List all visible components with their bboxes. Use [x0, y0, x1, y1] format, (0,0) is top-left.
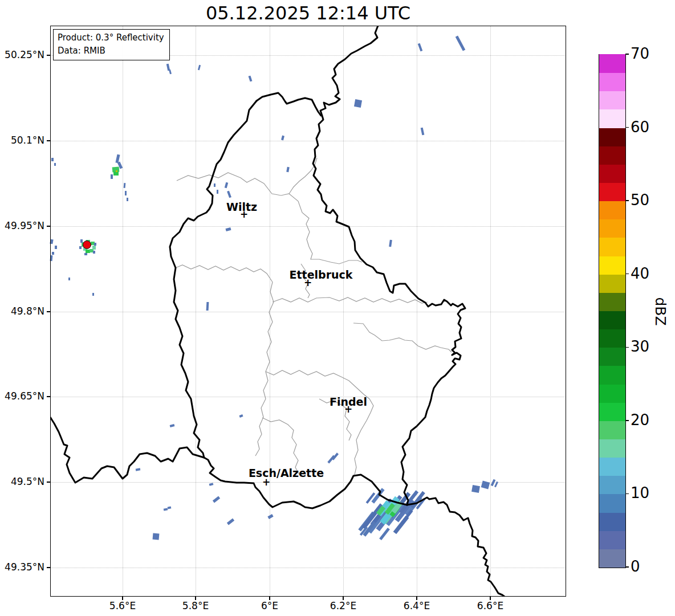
city-marker-icon: +	[344, 405, 352, 414]
france-border-west	[50, 417, 204, 483]
x-axis-tick-label: 6°E	[261, 600, 278, 611]
luxembourg-west-border	[170, 101, 257, 458]
colorbar-segment	[599, 73, 625, 92]
figure-title: 05.12.2025 12:14 UTC	[50, 2, 566, 24]
city-label-esch-alzette: Esch/Alzette	[249, 467, 324, 479]
colorbar-segment	[599, 256, 625, 275]
colorbar-segment	[599, 182, 625, 201]
colorbar-segment	[599, 402, 625, 421]
city-marker-icon: +	[304, 278, 312, 288]
colorbar-segment	[599, 219, 625, 238]
colorbar-tick-label: 0	[631, 558, 640, 575]
colorbar-tick	[625, 493, 629, 494]
luxembourg-north-border	[257, 93, 321, 116]
colorbar-tick-label: 10	[631, 484, 649, 501]
colorbar-tick	[625, 420, 629, 421]
radar-site-clutter	[79, 246, 82, 249]
germany-france-border-southeast	[407, 497, 505, 597]
radar-site-clutter	[84, 253, 87, 255]
x-axis-tick-label: 6.2°E	[330, 600, 356, 611]
colorbar-segment	[599, 384, 625, 403]
canton-border-line	[266, 370, 373, 475]
germany-belgium-luxembourg-east-border	[313, 26, 465, 505]
radar-figure: 05.12.2025 12:14 UTC	[0, 0, 675, 616]
colorbar-tick	[625, 54, 629, 54]
colorbar-tick	[625, 200, 629, 201]
colorbar-segment	[599, 494, 625, 513]
y-axis-tick-label: 49.35°N	[0, 561, 44, 573]
radar-site-clutter	[94, 243, 96, 246]
colorbar-segment	[599, 329, 625, 348]
y-axis-tick-label: 50.1°N	[0, 134, 44, 146]
colorbar-segment	[599, 512, 625, 531]
colorbar-segment	[599, 476, 625, 495]
colorbar-segment	[599, 458, 625, 476]
colorbar-segment	[599, 366, 625, 385]
canton-borders	[176, 158, 452, 475]
canton-border-line	[262, 418, 299, 475]
colorbar-tick-label: 50	[631, 191, 649, 209]
map-plot-area: Product: 0.3° Reflectivity Data: RMIB Wi…	[50, 26, 566, 597]
colorbar-segment	[599, 311, 625, 329]
colorbar-tick	[625, 127, 629, 128]
city-label-ettelbruck: Ettelbruck	[290, 268, 353, 281]
colorbar-segment	[599, 128, 625, 146]
colorbar-segment	[599, 531, 625, 549]
colorbar-segment	[599, 274, 625, 293]
colorbar-tick	[625, 274, 629, 274]
city-marker-icon: +	[240, 210, 248, 219]
colorbar-segment	[599, 421, 625, 439]
colorbar-segment	[599, 348, 625, 366]
luxembourg-south-border	[204, 458, 407, 508]
x-axis-tick-label: 5.8°E	[182, 600, 209, 611]
radar-site-clutter	[92, 246, 96, 250]
canton-border-line	[353, 323, 452, 352]
y-axis-tick-label: 49.8°N	[0, 305, 44, 317]
colorbar-segment	[599, 549, 625, 568]
reflectivity-colorbar	[599, 54, 626, 568]
colorbar-segment	[599, 164, 625, 183]
canton-border-line	[273, 297, 428, 303]
luxembourg-map	[50, 26, 566, 597]
x-axis-tick-label: 6.6°E	[477, 600, 503, 611]
data-source-line: Data: RMIB	[58, 44, 164, 58]
colorbar-segment	[599, 439, 625, 458]
radar-site-marker	[83, 240, 91, 249]
city-marker-icon: +	[262, 478, 270, 487]
colorbar-segment	[599, 238, 625, 256]
colorbar-segment	[599, 54, 625, 73]
radar-site-clutter	[80, 239, 83, 243]
colorbar-segment	[599, 146, 625, 165]
colorbar-tick	[625, 347, 629, 348]
y-axis-tick-label: 49.5°N	[0, 476, 44, 487]
x-axis-tick-label: 5.6°E	[109, 600, 136, 611]
colorbar-units-label: dBZ	[652, 297, 669, 325]
colorbar-segment	[599, 201, 625, 220]
y-axis-tick-label: 50.25°N	[0, 49, 44, 60]
product-info-line: Product: 0.3° Reflectivity	[58, 31, 164, 44]
x-axis-tick-label: 6.4°E	[404, 600, 430, 611]
colorbar-tick-label: 20	[631, 411, 649, 429]
canton-border-line	[177, 173, 362, 264]
product-info-box: Product: 0.3° Reflectivity Data: RMIB	[53, 29, 170, 60]
y-axis-tick-label: 49.65°N	[0, 390, 44, 402]
colorbar-tick-label: 60	[631, 119, 649, 136]
national-borders	[50, 26, 505, 597]
colorbar-tick-label: 30	[631, 338, 649, 355]
colorbar-segment	[599, 109, 625, 128]
canton-border-line	[176, 265, 274, 456]
colorbar-segment	[599, 91, 625, 110]
y-axis-tick-label: 49.95°N	[0, 220, 44, 231]
colorbar-tick	[625, 566, 629, 567]
colorbar-tick-label: 40	[631, 265, 649, 282]
colorbar-segment	[599, 292, 625, 311]
colorbar-tick-label: 70	[631, 45, 649, 62]
radar-site-clutter	[93, 251, 95, 254]
